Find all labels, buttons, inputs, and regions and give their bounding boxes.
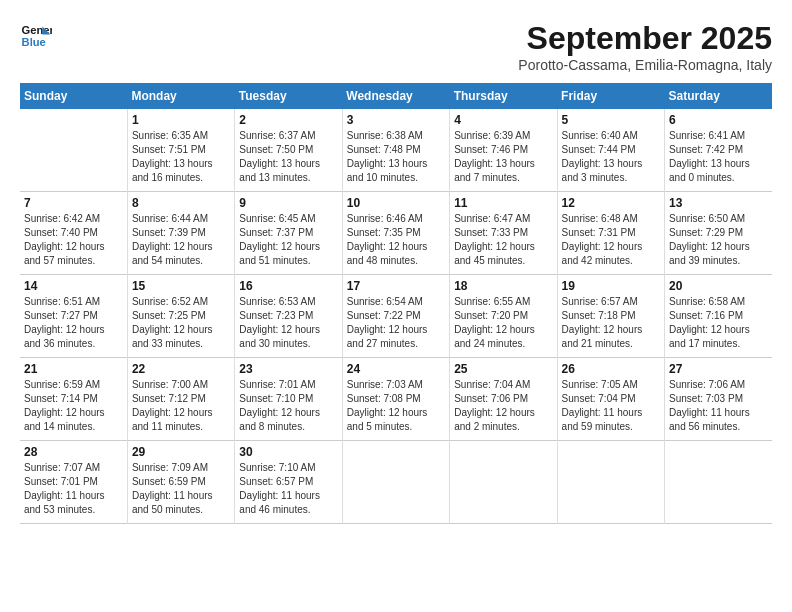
calendar-cell: 9Sunrise: 6:45 AM Sunset: 7:37 PM Daylig… [235, 192, 342, 275]
day-info: Sunrise: 6:58 AM Sunset: 7:16 PM Dayligh… [669, 295, 768, 351]
day-number: 19 [562, 279, 660, 293]
day-info: Sunrise: 7:04 AM Sunset: 7:06 PM Dayligh… [454, 378, 552, 434]
day-info: Sunrise: 6:59 AM Sunset: 7:14 PM Dayligh… [24, 378, 123, 434]
day-info: Sunrise: 7:10 AM Sunset: 6:57 PM Dayligh… [239, 461, 337, 517]
day-number: 22 [132, 362, 230, 376]
calendar-cell: 3Sunrise: 6:38 AM Sunset: 7:48 PM Daylig… [342, 109, 449, 192]
day-number: 21 [24, 362, 123, 376]
calendar-cell: 12Sunrise: 6:48 AM Sunset: 7:31 PM Dayli… [557, 192, 664, 275]
day-info: Sunrise: 6:53 AM Sunset: 7:23 PM Dayligh… [239, 295, 337, 351]
calendar-cell: 18Sunrise: 6:55 AM Sunset: 7:20 PM Dayli… [450, 275, 557, 358]
day-info: Sunrise: 6:57 AM Sunset: 7:18 PM Dayligh… [562, 295, 660, 351]
svg-text:Blue: Blue [22, 36, 46, 48]
day-number: 2 [239, 113, 337, 127]
day-number: 18 [454, 279, 552, 293]
calendar-cell: 7Sunrise: 6:42 AM Sunset: 7:40 PM Daylig… [20, 192, 127, 275]
day-info: Sunrise: 7:09 AM Sunset: 6:59 PM Dayligh… [132, 461, 230, 517]
calendar-cell: 20Sunrise: 6:58 AM Sunset: 7:16 PM Dayli… [665, 275, 772, 358]
day-info: Sunrise: 6:48 AM Sunset: 7:31 PM Dayligh… [562, 212, 660, 268]
header-sunday: Sunday [20, 83, 127, 109]
calendar-cell: 29Sunrise: 7:09 AM Sunset: 6:59 PM Dayli… [127, 441, 234, 524]
day-number: 1 [132, 113, 230, 127]
calendar-cell: 22Sunrise: 7:00 AM Sunset: 7:12 PM Dayli… [127, 358, 234, 441]
calendar-cell: 17Sunrise: 6:54 AM Sunset: 7:22 PM Dayli… [342, 275, 449, 358]
day-number: 10 [347, 196, 445, 210]
week-row-5: 28Sunrise: 7:07 AM Sunset: 7:01 PM Dayli… [20, 441, 772, 524]
calendar-cell [20, 109, 127, 192]
header-friday: Friday [557, 83, 664, 109]
day-number: 30 [239, 445, 337, 459]
header-saturday: Saturday [665, 83, 772, 109]
day-number: 25 [454, 362, 552, 376]
day-info: Sunrise: 6:35 AM Sunset: 7:51 PM Dayligh… [132, 129, 230, 185]
calendar-cell: 26Sunrise: 7:05 AM Sunset: 7:04 PM Dayli… [557, 358, 664, 441]
day-info: Sunrise: 7:07 AM Sunset: 7:01 PM Dayligh… [24, 461, 123, 517]
calendar-cell [450, 441, 557, 524]
title-block: September 2025 Porotto-Cassama, Emilia-R… [518, 20, 772, 73]
day-info: Sunrise: 6:38 AM Sunset: 7:48 PM Dayligh… [347, 129, 445, 185]
header-monday: Monday [127, 83, 234, 109]
calendar-cell: 25Sunrise: 7:04 AM Sunset: 7:06 PM Dayli… [450, 358, 557, 441]
day-number: 24 [347, 362, 445, 376]
day-number: 4 [454, 113, 552, 127]
day-number: 16 [239, 279, 337, 293]
day-info: Sunrise: 6:45 AM Sunset: 7:37 PM Dayligh… [239, 212, 337, 268]
calendar-cell: 27Sunrise: 7:06 AM Sunset: 7:03 PM Dayli… [665, 358, 772, 441]
week-row-2: 7Sunrise: 6:42 AM Sunset: 7:40 PM Daylig… [20, 192, 772, 275]
calendar-cell: 5Sunrise: 6:40 AM Sunset: 7:44 PM Daylig… [557, 109, 664, 192]
week-row-1: 1Sunrise: 6:35 AM Sunset: 7:51 PM Daylig… [20, 109, 772, 192]
day-info: Sunrise: 6:47 AM Sunset: 7:33 PM Dayligh… [454, 212, 552, 268]
calendar-cell: 2Sunrise: 6:37 AM Sunset: 7:50 PM Daylig… [235, 109, 342, 192]
day-number: 29 [132, 445, 230, 459]
logo: General Blue [20, 20, 52, 52]
calendar-cell: 24Sunrise: 7:03 AM Sunset: 7:08 PM Dayli… [342, 358, 449, 441]
calendar-cell [557, 441, 664, 524]
calendar-cell: 19Sunrise: 6:57 AM Sunset: 7:18 PM Dayli… [557, 275, 664, 358]
day-number: 28 [24, 445, 123, 459]
day-number: 23 [239, 362, 337, 376]
day-info: Sunrise: 6:55 AM Sunset: 7:20 PM Dayligh… [454, 295, 552, 351]
calendar-cell [342, 441, 449, 524]
day-info: Sunrise: 6:50 AM Sunset: 7:29 PM Dayligh… [669, 212, 768, 268]
month-title: September 2025 [518, 20, 772, 57]
calendar-cell: 13Sunrise: 6:50 AM Sunset: 7:29 PM Dayli… [665, 192, 772, 275]
day-number: 26 [562, 362, 660, 376]
day-number: 14 [24, 279, 123, 293]
day-info: Sunrise: 6:41 AM Sunset: 7:42 PM Dayligh… [669, 129, 768, 185]
day-number: 12 [562, 196, 660, 210]
calendar-cell: 8Sunrise: 6:44 AM Sunset: 7:39 PM Daylig… [127, 192, 234, 275]
day-info: Sunrise: 7:06 AM Sunset: 7:03 PM Dayligh… [669, 378, 768, 434]
calendar-header-row: SundayMondayTuesdayWednesdayThursdayFrid… [20, 83, 772, 109]
day-info: Sunrise: 7:05 AM Sunset: 7:04 PM Dayligh… [562, 378, 660, 434]
calendar-cell: 15Sunrise: 6:52 AM Sunset: 7:25 PM Dayli… [127, 275, 234, 358]
day-info: Sunrise: 6:52 AM Sunset: 7:25 PM Dayligh… [132, 295, 230, 351]
day-info: Sunrise: 6:46 AM Sunset: 7:35 PM Dayligh… [347, 212, 445, 268]
day-info: Sunrise: 6:40 AM Sunset: 7:44 PM Dayligh… [562, 129, 660, 185]
day-info: Sunrise: 6:51 AM Sunset: 7:27 PM Dayligh… [24, 295, 123, 351]
page-header: General Blue September 2025 Porotto-Cass… [20, 20, 772, 73]
day-info: Sunrise: 7:00 AM Sunset: 7:12 PM Dayligh… [132, 378, 230, 434]
day-number: 15 [132, 279, 230, 293]
calendar-cell: 30Sunrise: 7:10 AM Sunset: 6:57 PM Dayli… [235, 441, 342, 524]
day-number: 3 [347, 113, 445, 127]
day-number: 13 [669, 196, 768, 210]
calendar-table: SundayMondayTuesdayWednesdayThursdayFrid… [20, 83, 772, 524]
header-wednesday: Wednesday [342, 83, 449, 109]
day-info: Sunrise: 6:39 AM Sunset: 7:46 PM Dayligh… [454, 129, 552, 185]
day-info: Sunrise: 6:37 AM Sunset: 7:50 PM Dayligh… [239, 129, 337, 185]
day-number: 27 [669, 362, 768, 376]
calendar-cell: 14Sunrise: 6:51 AM Sunset: 7:27 PM Dayli… [20, 275, 127, 358]
calendar-cell: 21Sunrise: 6:59 AM Sunset: 7:14 PM Dayli… [20, 358, 127, 441]
header-thursday: Thursday [450, 83, 557, 109]
week-row-3: 14Sunrise: 6:51 AM Sunset: 7:27 PM Dayli… [20, 275, 772, 358]
calendar-cell: 16Sunrise: 6:53 AM Sunset: 7:23 PM Dayli… [235, 275, 342, 358]
day-info: Sunrise: 6:54 AM Sunset: 7:22 PM Dayligh… [347, 295, 445, 351]
day-info: Sunrise: 6:42 AM Sunset: 7:40 PM Dayligh… [24, 212, 123, 268]
calendar-cell: 10Sunrise: 6:46 AM Sunset: 7:35 PM Dayli… [342, 192, 449, 275]
week-row-4: 21Sunrise: 6:59 AM Sunset: 7:14 PM Dayli… [20, 358, 772, 441]
location-subtitle: Porotto-Cassama, Emilia-Romagna, Italy [518, 57, 772, 73]
day-number: 6 [669, 113, 768, 127]
day-number: 17 [347, 279, 445, 293]
day-number: 11 [454, 196, 552, 210]
calendar-cell: 11Sunrise: 6:47 AM Sunset: 7:33 PM Dayli… [450, 192, 557, 275]
